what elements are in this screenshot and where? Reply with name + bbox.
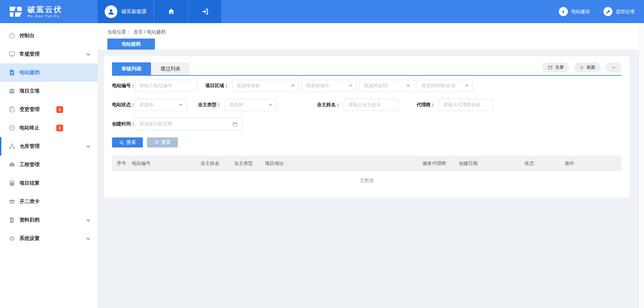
- breadcrumb-strip: 当前位置： 首页 / 电站建档 电站建档: [98, 23, 644, 50]
- search-button[interactable]: 搜索: [112, 137, 143, 147]
- scrollbar[interactable]: [639, 23, 644, 308]
- reset-button[interactable]: 重置: [147, 137, 178, 147]
- caret-down-icon: [465, 85, 469, 87]
- owner-name-input[interactable]: 请输入业主姓名: [344, 99, 398, 111]
- chevron-down-icon: [86, 218, 91, 223]
- form-row: 电站编号： 请输入电站编号 项目区域：: [112, 80, 622, 92]
- sidebar-item-station-termination[interactable]: 电站终止 1: [0, 119, 98, 137]
- fullscreen-button[interactable]: 全屏: [542, 62, 569, 72]
- column-header: 服务代理商: [423, 161, 459, 167]
- station-status-select[interactable]: 请选择: [135, 99, 187, 111]
- nav-station-construction[interactable]: 电站建设: [559, 7, 590, 16]
- login-arrow-icon: [201, 8, 209, 15]
- column-header: 业主姓名: [201, 161, 234, 167]
- calculator-icon: [8, 180, 15, 187]
- dashboard-icon: [8, 32, 15, 39]
- sidebar-item-project-initiation[interactable]: 项目立项: [0, 82, 98, 100]
- form-field: 电站编号： 请输入电站编号: [112, 80, 197, 92]
- nav-monitor-ops[interactable]: 监控运维: [603, 7, 635, 16]
- placeholder-text: 请选择省份: [236, 83, 288, 89]
- sidebar-item-data-archive[interactable]: 资料归档: [0, 211, 98, 229]
- archive-icon: [8, 217, 15, 224]
- sidebar-item-open-type2-card[interactable]: 开二类卡: [0, 192, 98, 211]
- field-label: 创建时间：: [112, 121, 135, 127]
- station-code-input[interactable]: 请输入电站编号: [135, 80, 197, 92]
- notification-badge: 1: [56, 125, 63, 131]
- brand-logo-icon: [8, 4, 23, 19]
- city-select[interactable]: 请选择城市: [302, 80, 357, 92]
- collapse-button[interactable]: [605, 62, 622, 72]
- stop-icon: [8, 124, 15, 131]
- refresh-icon: [579, 65, 584, 70]
- sidebar-item-engineering-mgmt[interactable]: 工程管理: [0, 156, 98, 174]
- home-button[interactable]: [154, 0, 189, 23]
- empty-state: 无数据: [112, 171, 622, 190]
- document-icon: [8, 69, 15, 76]
- form-field: 业主姓名： 请输入业主姓名: [317, 99, 398, 111]
- main-area: 当前位置： 首页 / 电站建档 电站建档 审核列表通过列表 全屏: [98, 23, 644, 308]
- form-actions: 搜索 重置: [112, 137, 622, 147]
- monitor-icon: [8, 51, 15, 58]
- calendar-icon: [232, 121, 238, 127]
- wrench-icon: [605, 9, 611, 14]
- field-label: 项目区域：: [205, 83, 232, 89]
- top-header: 破茧云伏 Po Jian Yun Fu 破茧新能源: [0, 0, 644, 23]
- field-label: 业主类型：: [198, 102, 225, 108]
- sidebar-item-change-mgmt[interactable]: 变更管理 1: [0, 100, 98, 119]
- sitemap-icon: [8, 143, 15, 150]
- form-field: 创建时间： 请选择日期范围: [112, 118, 242, 130]
- logout-button[interactable]: [189, 0, 222, 23]
- header-right-nav: 电站建设 监控运维: [222, 0, 644, 23]
- caret-down-icon: [268, 104, 272, 106]
- sidebar-item-project-settlement[interactable]: 项目结算: [0, 174, 98, 192]
- brand-logo-area[interactable]: 破茧云伏 Po Jian Yun Fu: [0, 0, 98, 23]
- town-select[interactable]: 请选择村镇/街道: [417, 80, 473, 92]
- sidebar-item-console[interactable]: 控制台: [0, 26, 98, 45]
- gear-icon: [8, 235, 15, 242]
- home-icon: [167, 8, 175, 15]
- placeholder-text: 请选择县/区: [364, 83, 404, 89]
- avatar: [105, 5, 117, 18]
- breadcrumb-prefix: 当前位置：: [107, 29, 131, 35]
- sidebar-item-system-settings[interactable]: 系统设置: [0, 229, 98, 248]
- search-icon: [119, 140, 124, 145]
- caret-down-icon: [291, 85, 295, 87]
- agent-input[interactable]: 请输入代理商名称: [439, 99, 493, 111]
- placeholder-text: 请选择: [229, 102, 266, 108]
- owner-type-select[interactable]: 请选择: [225, 99, 277, 111]
- province-select[interactable]: 请选择省份: [232, 80, 299, 92]
- placeholder-text: 请选择城市: [306, 83, 346, 89]
- create-time-range-input[interactable]: 请选择日期范围: [135, 118, 242, 130]
- chevron-down-icon: [611, 65, 616, 70]
- brand-name: 破茧云伏: [28, 5, 62, 14]
- refresh-button[interactable]: 刷新: [574, 62, 601, 72]
- sidebar-item-general-mgmt[interactable]: 常规管理: [0, 45, 98, 63]
- current-user[interactable]: 破茧新能源: [98, 0, 154, 23]
- field-label: 业主姓名：: [317, 102, 344, 108]
- caret-down-icon: [348, 85, 353, 87]
- brand-subtitle: Po Jian Yun Fu: [28, 14, 62, 18]
- column-header: 创建日期: [459, 161, 525, 167]
- panel-tab[interactable]: 审核列表: [112, 62, 151, 75]
- fullscreen-icon: [548, 65, 553, 70]
- table-header-row: 序号电站编号业主姓名业主类型项目地址服务代理商创建日期状态操作: [112, 156, 622, 171]
- brand-text: 破茧云伏 Po Jian Yun Fu: [28, 5, 62, 18]
- chevron-down-icon: [86, 236, 91, 241]
- notification-badge: 1: [56, 106, 63, 113]
- breadcrumb-path[interactable]: 首页 / 电站建档: [133, 29, 166, 35]
- company-name: 破茧新能源: [121, 8, 147, 15]
- column-header: 序号: [117, 161, 132, 167]
- card-icon: [8, 198, 15, 205]
- form-field: 请选择县/区: [359, 80, 415, 92]
- panel-toolbar: 全屏 刷新: [542, 62, 622, 72]
- form-field: 请选择城市: [302, 80, 357, 92]
- form-row: 创建时间： 请选择日期范围: [112, 118, 622, 130]
- sidebar-item-station-filing[interactable]: 电站建档: [0, 63, 98, 82]
- form-field: 电站状态： 请选择: [112, 99, 187, 111]
- form-field: 代理商： 请输入代理商名称: [417, 99, 493, 111]
- sidebar-item-warehouse-mgmt[interactable]: 仓库管理: [0, 137, 98, 156]
- district-select[interactable]: 请选择县/区: [359, 80, 415, 92]
- app-window: 破茧云伏 Po Jian Yun Fu 破茧新能源: [0, 0, 644, 308]
- panel-tab[interactable]: 通过列表: [151, 62, 190, 75]
- page-tab-station-filing[interactable]: 电站建档: [107, 39, 155, 50]
